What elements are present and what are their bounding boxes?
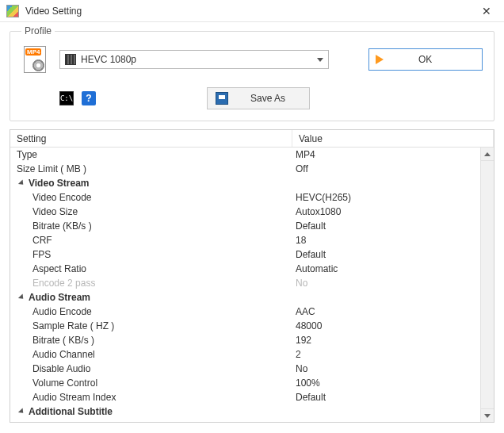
table-row[interactable]: Bitrate (KB/s )Default	[10, 219, 494, 233]
profile-group: Profile MP4 HEVC 1080p OK C:\	[10, 25, 494, 121]
table-row[interactable]: Audio Channel2	[10, 347, 494, 362]
table-row[interactable]: Bitrate ( KB/s )192	[10, 333, 494, 347]
table-header: Setting Value	[10, 130, 494, 148]
floppy-icon	[216, 92, 228, 105]
close-button[interactable]: ✕	[475, 0, 498, 22]
setting-value: AAC	[296, 306, 315, 317]
table-row[interactable]: CRF18	[10, 233, 494, 247]
setting-label: Bitrate (KB/s )	[32, 220, 92, 232]
ok-label: OK	[418, 54, 432, 65]
header-setting[interactable]: Setting	[10, 130, 292, 147]
setting-value: Automatic	[296, 263, 338, 274]
table-row[interactable]: TypeAutomatic	[10, 419, 494, 422]
window-title: Video Setting	[25, 6, 475, 17]
table-row[interactable]: Disable AudioNo	[10, 362, 494, 376]
setting-label: FPS	[32, 249, 51, 260]
mp4-tag: MP4	[25, 48, 41, 56]
setting-value: 192	[296, 335, 311, 346]
setting-value: 100%	[296, 377, 320, 389]
table-row[interactable]: Size Limit ( MB )Off	[10, 162, 494, 176]
group-row[interactable]: Video Stream	[10, 176, 494, 190]
table-row[interactable]: Video SizeAutox1080	[10, 205, 494, 219]
profile-selected: HEVC 1080p	[81, 54, 136, 65]
table-row[interactable]: Aspect RatioAutomatic	[10, 262, 494, 276]
settings-table: Setting Value TypeMP4Size Limit ( MB )Of…	[10, 129, 494, 423]
setting-value: MP4	[296, 149, 315, 160]
setting-value: Default	[296, 249, 326, 260]
setting-value: Default	[296, 392, 326, 403]
table-row[interactable]: Encode 2 passNo	[10, 276, 494, 290]
setting-label: CRF	[32, 235, 52, 246]
setting-value: 48000	[296, 320, 322, 331]
expand-icon	[18, 293, 25, 301]
setting-label: Video Size	[32, 206, 78, 217]
group-label: Audio Stream	[29, 292, 90, 303]
table-row[interactable]: Video EncodeHEVC(H265)	[10, 190, 494, 205]
expand-icon	[18, 179, 25, 186]
film-icon	[65, 54, 76, 65]
profile-dropdown[interactable]: HEVC 1080p	[59, 50, 329, 69]
table-row[interactable]: Volume Control100%	[10, 376, 494, 390]
save-as-label: Save As	[250, 93, 285, 104]
command-prompt-icon[interactable]: C:\	[59, 91, 74, 105]
setting-label: Bitrate ( KB/s )	[32, 335, 94, 346]
titlebar: Video Setting ✕	[0, 0, 504, 22]
table-row[interactable]: Audio Stream IndexDefault	[10, 390, 494, 404]
setting-value: No	[296, 363, 307, 374]
setting-label: Audio Encode	[32, 306, 92, 317]
setting-value: HEVC(H265)	[296, 192, 351, 203]
table-row[interactable]: FPSDefault	[10, 247, 494, 262]
table-row[interactable]: Sample Rate ( HZ )48000	[10, 319, 494, 333]
scroll-down-button[interactable]	[481, 408, 494, 422]
group-label: Additional Subtitle	[29, 406, 113, 417]
group-row[interactable]: Additional Subtitle	[10, 404, 494, 419]
group-row[interactable]: Audio Stream	[10, 290, 494, 305]
setting-label: Sample Rate ( HZ )	[32, 320, 114, 331]
setting-label: Audio Channel	[32, 349, 95, 360]
table-row[interactable]: Audio EncodeAAC	[10, 305, 494, 319]
scroll-up-button[interactable]	[481, 148, 494, 161]
setting-value: Off	[296, 163, 308, 174]
setting-value: 2	[296, 349, 301, 360]
setting-label: Volume Control	[32, 377, 97, 389]
ok-button[interactable]: OK	[368, 48, 483, 71]
table-row[interactable]: TypeMP4	[10, 148, 494, 162]
setting-label: Type	[17, 149, 37, 160]
setting-label: Aspect Ratio	[32, 263, 86, 274]
setting-label: Type	[32, 420, 53, 422]
setting-label: Audio Stream Index	[32, 392, 116, 403]
header-value[interactable]: Value	[292, 130, 494, 147]
expand-icon	[18, 408, 25, 415]
setting-label: Disable Audio	[32, 363, 90, 374]
setting-value: Automatic	[296, 420, 338, 422]
setting-value: Default	[296, 220, 326, 232]
setting-label: Size Limit ( MB )	[17, 163, 86, 174]
table-body: TypeMP4Size Limit ( MB )OffVideo StreamV…	[10, 148, 494, 422]
group-label: Video Stream	[29, 178, 89, 189]
help-icon[interactable]: ?	[82, 91, 96, 105]
setting-label: Video Encode	[32, 192, 92, 203]
setting-label: Encode 2 pass	[32, 278, 95, 289]
setting-value: 18	[296, 235, 306, 246]
app-icon	[6, 5, 19, 17]
profile-legend: Profile	[21, 25, 55, 36]
arrow-right-icon	[376, 55, 384, 64]
mp4-file-icon: MP4	[21, 46, 48, 73]
setting-value: Autox1080	[296, 206, 341, 217]
setting-value: No	[296, 278, 307, 289]
scrollbar[interactable]	[480, 148, 494, 422]
chevron-down-icon	[317, 58, 323, 62]
save-as-button[interactable]: Save As	[207, 87, 310, 109]
